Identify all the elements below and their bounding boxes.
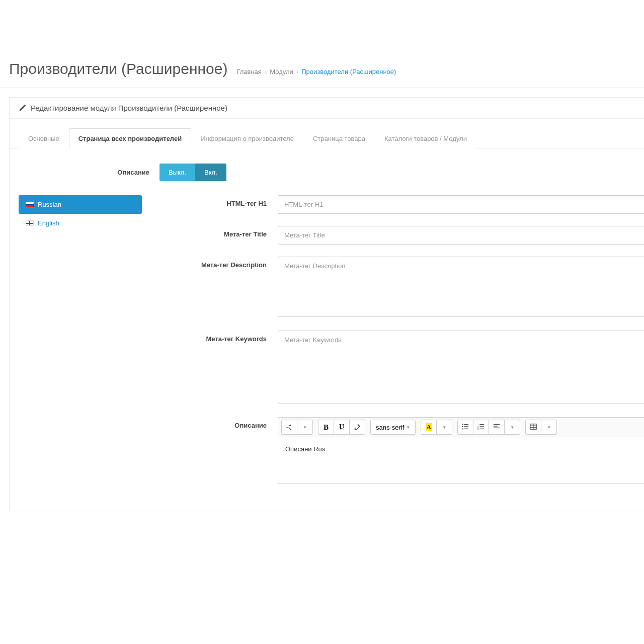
breadcrumb-sep: › <box>296 68 298 75</box>
svg-rect-9 <box>480 426 485 427</box>
align-icon <box>493 423 500 432</box>
list-ul-icon <box>462 423 469 432</box>
list-ol-icon: 123 <box>477 423 485 432</box>
svg-rect-1 <box>464 424 469 424</box>
tab-all-manufacturers[interactable]: Страница всех производителей <box>69 128 192 148</box>
editor-text: Описани Rus <box>285 445 325 453</box>
toggle-on-button[interactable]: Вкл. <box>195 164 226 181</box>
textarea-meta-keywords[interactable] <box>278 331 644 404</box>
description-toggle: Выкл. Вкл. <box>159 164 226 181</box>
editor-ul-button[interactable] <box>457 420 473 435</box>
underline-icon: U <box>339 423 344 431</box>
language-nav: Russian English <box>19 195 142 496</box>
svg-text:3: 3 <box>477 428 479 430</box>
editor-text-color-button[interactable]: A <box>421 420 437 435</box>
breadcrumb-modules[interactable]: Модули <box>270 68 293 75</box>
caret-down-icon: ▼ <box>442 425 446 430</box>
editor-content[interactable]: Описани Rus <box>278 437 644 484</box>
lang-item-russian[interactable]: Russian <box>19 195 142 214</box>
input-h1[interactable] <box>278 195 644 214</box>
pencil-icon <box>19 105 26 112</box>
svg-rect-12 <box>494 424 500 424</box>
editor-table-button[interactable] <box>525 420 541 435</box>
row-meta-description: Мета-тег Description <box>142 257 644 318</box>
tab-content: Описание Выкл. Вкл. Russian English HTM <box>10 148 644 511</box>
form-area: HTML-тег H1 Мета-тег Title Мета-тег Desc… <box>142 195 644 496</box>
tab-product-page[interactable]: Страница товара <box>303 128 375 148</box>
editor-align-button[interactable] <box>489 420 505 435</box>
editor-ol-button[interactable]: 123 <box>473 420 489 435</box>
caret-down-icon: ▼ <box>547 425 551 430</box>
editor-magic-dropdown[interactable]: ▼ <box>297 420 313 435</box>
table-icon <box>530 423 537 432</box>
svg-rect-3 <box>464 426 469 427</box>
label-editor: Описание <box>142 417 278 484</box>
input-meta-title[interactable] <box>278 226 644 245</box>
label-h1: HTML-тег H1 <box>142 195 278 214</box>
main-columns: Russian English HTML-тег H1 Мета-тег Tit… <box>19 195 644 496</box>
page-header: Производители (Расширенное) Главная › Мо… <box>0 48 644 88</box>
text-color-icon: A <box>426 423 432 431</box>
breadcrumb-home[interactable]: Главная <box>236 68 261 75</box>
svg-point-2 <box>462 426 463 427</box>
editor-eraser-button[interactable] <box>349 420 365 435</box>
editor-font-family-select[interactable]: sans-serif ▼ <box>370 420 416 435</box>
editor-align-dropdown[interactable]: ▼ <box>504 420 520 435</box>
caret-down-icon: ▼ <box>510 425 514 430</box>
lang-label: Russian <box>38 201 61 208</box>
caret-down-icon: ▼ <box>303 425 307 430</box>
flag-ru-icon <box>26 202 34 207</box>
caret-down-icon: ▼ <box>406 425 410 430</box>
label-meta-keywords: Мета-тег Keywords <box>142 331 278 405</box>
label-meta-description: Мета-тег Description <box>142 257 278 318</box>
description-toggle-label: Описание <box>19 169 159 176</box>
row-h1: HTML-тег H1 <box>142 195 644 214</box>
lang-item-english[interactable]: English <box>19 214 142 232</box>
textarea-meta-description[interactable] <box>278 257 644 317</box>
font-family-label: sans-serif <box>376 424 404 431</box>
svg-rect-13 <box>494 426 498 426</box>
editor-text-color-dropdown[interactable]: ▼ <box>436 420 452 435</box>
editor-table-dropdown[interactable]: ▼ <box>541 420 557 435</box>
svg-point-0 <box>462 424 463 425</box>
bold-icon: B <box>324 423 329 432</box>
editor-underline-button[interactable]: U <box>334 420 350 435</box>
svg-rect-14 <box>494 427 500 428</box>
panel-heading: Редактирование модуля Производители (Рас… <box>10 98 644 119</box>
svg-rect-11 <box>480 428 485 429</box>
svg-point-4 <box>462 428 463 429</box>
magic-icon <box>286 423 293 432</box>
editor-magic-button[interactable] <box>281 420 297 435</box>
tab-main[interactable]: Основные <box>19 128 69 148</box>
panel-heading-text: Редактирование модуля Производители (Рас… <box>31 104 227 112</box>
breadcrumb: Главная › Модули › Производители (Расшир… <box>236 68 396 75</box>
editor-toolbar: ▼ B U sans-serif <box>278 417 644 437</box>
tabs: Основные Страница всех производителей Ин… <box>10 128 644 148</box>
svg-rect-5 <box>464 428 469 429</box>
row-meta-title: Мета-тег Title <box>142 226 644 245</box>
toggle-off-button[interactable]: Выкл. <box>159 164 195 181</box>
breadcrumb-sep: › <box>265 68 267 75</box>
row-editor: Описание ▼ B U <box>142 417 644 484</box>
eraser-icon <box>354 423 361 432</box>
panel: Редактирование модуля Производители (Рас… <box>9 97 644 511</box>
flag-en-icon <box>26 220 34 226</box>
lang-label: English <box>38 219 59 227</box>
editor-bold-button[interactable]: B <box>318 420 334 435</box>
label-meta-title: Мета-тег Title <box>142 226 278 245</box>
svg-rect-7 <box>480 424 485 424</box>
page-title: Производители (Расширенное) <box>9 60 227 77</box>
tab-catalogs[interactable]: Каталоги товаров / Модули <box>375 128 476 148</box>
row-meta-keywords: Мета-тег Keywords <box>142 331 644 405</box>
description-toggle-row: Описание Выкл. Вкл. <box>19 164 644 181</box>
tab-manufacturer-info[interactable]: Информация о производителе <box>191 128 303 148</box>
breadcrumb-current[interactable]: Производители (Расширенное) <box>301 68 396 75</box>
